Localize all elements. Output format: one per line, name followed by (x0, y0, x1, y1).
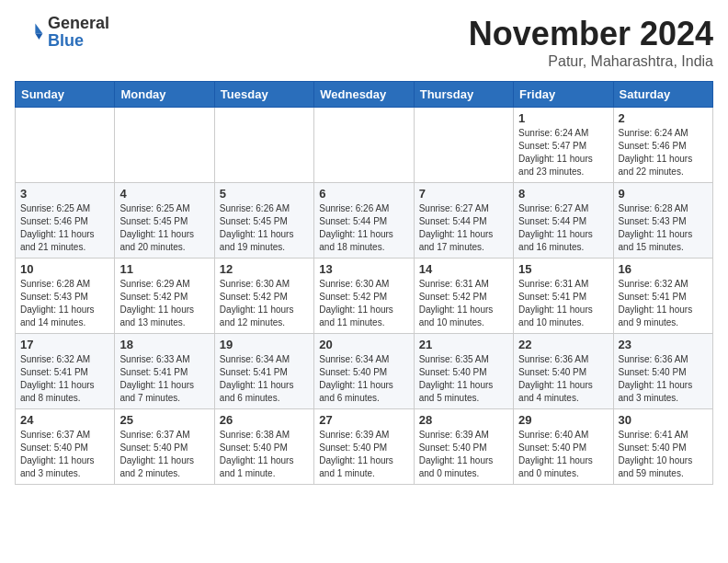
day-number: 9 (619, 187, 708, 201)
day-info: Sunrise: 6:28 AM Sunset: 5:43 PM Dayligh… (20, 278, 109, 329)
calendar-cell: 18Sunrise: 6:33 AM Sunset: 5:41 PM Dayli… (115, 334, 214, 409)
logo: General Blue (15, 15, 109, 50)
weekday-header-row: SundayMondayTuesdayWednesdayThursdayFrid… (16, 82, 713, 108)
calendar-week-row: 17Sunrise: 6:32 AM Sunset: 5:41 PM Dayli… (16, 334, 713, 409)
day-number: 24 (20, 413, 109, 427)
calendar-cell: 2Sunrise: 6:24 AM Sunset: 5:46 PM Daylig… (613, 108, 712, 183)
day-number: 13 (319, 262, 408, 276)
day-number: 25 (119, 413, 209, 427)
day-number: 17 (20, 338, 109, 351)
day-info: Sunrise: 6:41 AM Sunset: 5:40 PM Dayligh… (619, 429, 708, 480)
calendar-cell: 13Sunrise: 6:30 AM Sunset: 5:42 PM Dayli… (314, 259, 414, 334)
calendar-cell: 17Sunrise: 6:32 AM Sunset: 5:41 PM Dayli… (16, 334, 115, 409)
month-title: November 2024 (469, 15, 713, 53)
calendar-cell: 15Sunrise: 6:31 AM Sunset: 5:41 PM Dayli… (514, 259, 613, 334)
day-number: 7 (419, 187, 508, 201)
calendar-cell: 11Sunrise: 6:29 AM Sunset: 5:42 PM Dayli… (115, 259, 214, 334)
calendar-cell: 9Sunrise: 6:28 AM Sunset: 5:43 PM Daylig… (613, 183, 712, 259)
day-info: Sunrise: 6:39 AM Sunset: 5:40 PM Dayligh… (419, 429, 508, 480)
calendar-cell (314, 108, 414, 183)
weekday-header-friday: Friday (514, 82, 613, 108)
day-info: Sunrise: 6:38 AM Sunset: 5:40 PM Dayligh… (220, 429, 309, 480)
day-info: Sunrise: 6:33 AM Sunset: 5:41 PM Dayligh… (119, 353, 209, 405)
day-info: Sunrise: 6:36 AM Sunset: 5:40 PM Dayligh… (518, 353, 608, 405)
calendar-table: SundayMondayTuesdayWednesdayThursdayFrid… (15, 81, 713, 485)
day-info: Sunrise: 6:34 AM Sunset: 5:40 PM Dayligh… (319, 353, 408, 405)
logo-text: General Blue (48, 15, 109, 50)
calendar-cell: 3Sunrise: 6:25 AM Sunset: 5:46 PM Daylig… (16, 183, 115, 259)
day-info: Sunrise: 6:26 AM Sunset: 5:45 PM Dayligh… (220, 202, 309, 254)
calendar-cell: 7Sunrise: 6:27 AM Sunset: 5:44 PM Daylig… (414, 183, 513, 259)
calendar-cell (115, 108, 214, 183)
day-info: Sunrise: 6:24 AM Sunset: 5:47 PM Dayligh… (518, 127, 608, 178)
day-number: 4 (119, 187, 209, 201)
day-info: Sunrise: 6:37 AM Sunset: 5:40 PM Dayligh… (119, 429, 209, 480)
day-info: Sunrise: 6:34 AM Sunset: 5:41 PM Dayligh… (220, 353, 309, 405)
calendar-cell: 23Sunrise: 6:36 AM Sunset: 5:40 PM Dayli… (613, 334, 712, 409)
day-info: Sunrise: 6:26 AM Sunset: 5:44 PM Dayligh… (319, 202, 408, 254)
day-info: Sunrise: 6:28 AM Sunset: 5:43 PM Dayligh… (619, 202, 708, 254)
day-number: 18 (119, 338, 209, 351)
day-number: 10 (20, 262, 109, 276)
day-number: 8 (518, 187, 608, 201)
day-info: Sunrise: 6:30 AM Sunset: 5:42 PM Dayligh… (220, 278, 309, 329)
day-info: Sunrise: 6:37 AM Sunset: 5:40 PM Dayligh… (20, 429, 109, 480)
calendar-cell: 1Sunrise: 6:24 AM Sunset: 5:47 PM Daylig… (514, 108, 613, 183)
weekday-header-tuesday: Tuesday (214, 82, 313, 108)
day-number: 6 (319, 187, 408, 201)
calendar-cell: 4Sunrise: 6:25 AM Sunset: 5:45 PM Daylig… (115, 183, 214, 259)
calendar-cell: 12Sunrise: 6:30 AM Sunset: 5:42 PM Dayli… (214, 259, 313, 334)
day-info: Sunrise: 6:29 AM Sunset: 5:42 PM Dayligh… (119, 278, 209, 329)
day-info: Sunrise: 6:40 AM Sunset: 5:40 PM Dayligh… (518, 429, 608, 480)
day-number: 16 (619, 262, 708, 276)
day-info: Sunrise: 6:32 AM Sunset: 5:41 PM Dayligh… (619, 278, 708, 329)
calendar-cell: 19Sunrise: 6:34 AM Sunset: 5:41 PM Dayli… (214, 334, 313, 409)
day-number: 15 (518, 262, 608, 276)
day-info: Sunrise: 6:39 AM Sunset: 5:40 PM Dayligh… (319, 429, 408, 480)
day-info: Sunrise: 6:31 AM Sunset: 5:41 PM Dayligh… (518, 278, 608, 329)
day-info: Sunrise: 6:31 AM Sunset: 5:42 PM Dayligh… (419, 278, 508, 329)
day-number: 3 (20, 187, 109, 201)
day-number: 21 (419, 338, 508, 351)
calendar-cell: 24Sunrise: 6:37 AM Sunset: 5:40 PM Dayli… (16, 409, 115, 485)
calendar-week-row: 1Sunrise: 6:24 AM Sunset: 5:47 PM Daylig… (16, 108, 713, 183)
weekday-header-thursday: Thursday (414, 82, 513, 108)
weekday-header-monday: Monday (115, 82, 214, 108)
day-info: Sunrise: 6:27 AM Sunset: 5:44 PM Dayligh… (419, 202, 508, 254)
day-number: 29 (518, 413, 608, 427)
day-number: 14 (419, 262, 508, 276)
day-info: Sunrise: 6:24 AM Sunset: 5:46 PM Dayligh… (619, 127, 708, 178)
day-number: 28 (419, 413, 508, 427)
day-number: 20 (319, 338, 408, 351)
day-info: Sunrise: 6:25 AM Sunset: 5:45 PM Dayligh… (119, 202, 209, 254)
day-info: Sunrise: 6:36 AM Sunset: 5:40 PM Dayligh… (619, 353, 708, 405)
calendar-cell: 16Sunrise: 6:32 AM Sunset: 5:41 PM Dayli… (613, 259, 712, 334)
day-info: Sunrise: 6:27 AM Sunset: 5:44 PM Dayligh… (518, 202, 608, 254)
day-number: 27 (319, 413, 408, 427)
calendar-week-row: 10Sunrise: 6:28 AM Sunset: 5:43 PM Dayli… (16, 259, 713, 334)
calendar-cell (16, 108, 115, 183)
calendar-week-row: 24Sunrise: 6:37 AM Sunset: 5:40 PM Dayli… (16, 409, 713, 485)
day-number: 22 (518, 338, 608, 351)
calendar-cell: 26Sunrise: 6:38 AM Sunset: 5:40 PM Dayli… (214, 409, 313, 485)
weekday-header-saturday: Saturday (613, 82, 712, 108)
logo-icon (15, 17, 44, 47)
calendar-cell: 27Sunrise: 6:39 AM Sunset: 5:40 PM Dayli… (314, 409, 414, 485)
calendar-cell: 14Sunrise: 6:31 AM Sunset: 5:42 PM Dayli… (414, 259, 513, 334)
calendar-cell: 25Sunrise: 6:37 AM Sunset: 5:40 PM Dayli… (115, 409, 214, 485)
day-info: Sunrise: 6:30 AM Sunset: 5:42 PM Dayligh… (319, 278, 408, 329)
calendar-cell: 10Sunrise: 6:28 AM Sunset: 5:43 PM Dayli… (16, 259, 115, 334)
calendar-cell: 6Sunrise: 6:26 AM Sunset: 5:44 PM Daylig… (314, 183, 414, 259)
calendar-cell: 29Sunrise: 6:40 AM Sunset: 5:40 PM Dayli… (514, 409, 613, 485)
day-number: 12 (220, 262, 309, 276)
calendar-cell: 28Sunrise: 6:39 AM Sunset: 5:40 PM Dayli… (414, 409, 513, 485)
calendar-cell: 22Sunrise: 6:36 AM Sunset: 5:40 PM Dayli… (514, 334, 613, 409)
day-number: 30 (619, 413, 708, 427)
calendar-cell: 20Sunrise: 6:34 AM Sunset: 5:40 PM Dayli… (314, 334, 414, 409)
day-number: 1 (518, 111, 608, 125)
calendar-cell: 21Sunrise: 6:35 AM Sunset: 5:40 PM Dayli… (414, 334, 513, 409)
day-info: Sunrise: 6:35 AM Sunset: 5:40 PM Dayligh… (419, 353, 508, 405)
calendar-cell (414, 108, 513, 183)
header: General Blue November 2024 Patur, Mahara… (15, 15, 713, 70)
calendar-cell: 5Sunrise: 6:26 AM Sunset: 5:45 PM Daylig… (214, 183, 313, 259)
